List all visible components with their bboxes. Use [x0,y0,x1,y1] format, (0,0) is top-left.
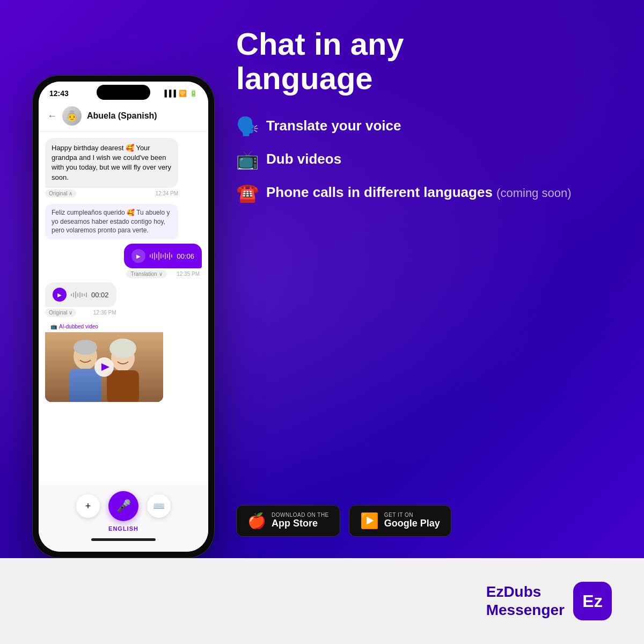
phone-wrapper: 12:43 ▐▐▐ 🛜 🔋 ← 👵 Abuela (Spanish) [0,0,215,558]
googleplay-main-label: Google Play [384,518,440,530]
battery-icon: 🔋 [189,90,197,97]
wifi-icon: 🛜 [179,90,187,97]
message-time-1: 12:34 PM [155,191,178,196]
feature-text-2: Dub videos [266,150,341,169]
signal-icon: ▐▐▐ [162,90,176,97]
feature-item-1: 🗣️ Translate your voice [236,117,617,135]
top-section: 12:43 ▐▐▐ 🛜 🔋 ← 👵 Abuela (Spanish) [0,0,644,558]
status-time: 12:43 [49,89,69,98]
language-label: ENGLISH [108,525,138,532]
appstore-text: Download on the App Store [272,512,329,530]
dynamic-island [97,85,150,100]
input-controls: + 🎤 ⌨️ [47,491,200,521]
voice-message-received: ▶ 00:02 [45,282,116,317]
original-tag-2[interactable]: Original ∨ [45,309,76,317]
add-button[interactable]: + [76,494,100,518]
headline-block: Chat in any language 🗣️ Translate your v… [236,27,617,223]
chevron-down-icon: ∨ [159,271,163,277]
bottom-section: EzDubs Messenger Ez [0,558,644,644]
chat-input-bar: + 🎤 ⌨️ ENGLISH [39,485,208,552]
brand-name-block: EzDubs Messenger [486,583,565,619]
chat-header: ← 👵 Abuela (Spanish) [39,101,208,131]
back-button[interactable]: ← [47,111,57,122]
received-message-1: Happy birthday dearest 🥰 Your grandpa an… [45,138,178,197]
dub-videos-icon: 📺 [236,150,259,169]
svg-rect-3 [69,369,101,402]
appstore-main-label: App Store [272,518,329,530]
svg-point-5 [109,339,136,358]
appstore-sub-label: Download on the [272,512,329,518]
voice-bubble-sent: ▶ [124,244,202,268]
translation-text-1: Feliz cumpleaños querido 🥰 Tu abuelo y y… [52,209,170,235]
googleplay-text: GET IT ON Google Play [384,512,440,530]
svg-rect-6 [107,370,139,402]
home-indicator [91,538,156,541]
brand-logo: Ez [573,582,612,620]
features-list: 🗣️ Translate your voice 📺 Dub videos ☎️ … [236,117,617,202]
video-icon: 📺 [50,324,57,330]
headline-line1: Chat in any [236,26,404,61]
voice-duration-received: 00:02 [91,291,109,299]
voice-duration-sent: 00:06 [177,252,194,260]
feature-text-3: Phone calls in different languages (comi… [266,184,572,202]
contact-avatar: 👵 [62,106,82,126]
store-buttons: 🍎 Download on the App Store ▶️ GET IT ON… [236,505,617,537]
feature-text-1: Translate your voice [266,117,401,135]
chat-messages: Happy birthday dearest 🥰 Your grandpa an… [39,131,208,485]
voice-time-received: 12:36 PM [93,310,116,316]
original-tag-1[interactable]: Original ∧ [45,189,76,197]
appstore-button[interactable]: 🍎 Download on the App Store [236,505,340,537]
phone-device: 12:43 ▐▐▐ 🛜 🔋 ← 👵 Abuela (Spanish) [32,75,215,558]
phone-calls-icon: ☎️ [236,184,259,202]
contact-name: Abuela (Spanish) [87,111,157,121]
waveform-sent [150,251,172,261]
play-button-recv[interactable]: ▶ [53,288,67,302]
googleplay-sub-label: GET IT ON [384,512,440,518]
right-content: Chat in any language 🗣️ Translate your v… [215,0,644,558]
video-label: 📺 AI-dubbed video [45,321,163,332]
googleplay-button[interactable]: ▶️ GET IT ON Google Play [349,505,451,537]
headline-line2: language [236,61,373,96]
voice-message-sent: ▶ [124,244,202,278]
brand-name: EzDubs Messenger [486,583,565,619]
message-bubble-1: Happy birthday dearest 🥰 Your grandpa an… [45,138,178,188]
voice-meta-received: Original ∨ 12:36 PM [45,309,116,317]
translation-bubble-1: Feliz cumpleaños querido 🥰 Tu abuelo y y… [45,204,178,239]
translate-voice-icon: 🗣️ [236,117,259,135]
mic-button[interactable]: 🎤 [108,491,138,521]
video-thumbnail[interactable] [45,332,163,402]
waveform-received [71,290,87,299]
headline: Chat in any language [236,27,617,96]
chevron-down-icon-2: ∨ [69,310,72,316]
status-icons: ▐▐▐ 🛜 🔋 [162,90,197,97]
voice-bubble-received: ▶ 00:02 [45,282,116,307]
video-card: 📺 AI-dubbed video [45,321,163,402]
phone-screen: 12:43 ▐▐▐ 🛜 🔋 ← 👵 Abuela (Spanish) [39,82,208,552]
message-text-1: Happy birthday dearest 🥰 Your grandpa an… [52,144,171,181]
voice-meta-sent: Translation ∨ 12:35 PM [124,270,202,278]
chevron-up-icon: ∧ [69,191,72,196]
feature-item-2: 📺 Dub videos [236,150,617,169]
message-meta-1: Original ∧ 12:34 PM [45,189,178,197]
play-button-sent[interactable]: ▶ [131,249,145,263]
keyboard-button[interactable]: ⌨️ [147,494,171,518]
apple-icon: 🍎 [247,512,266,530]
feature-item-3: ☎️ Phone calls in different languages (c… [236,184,617,202]
svg-point-2 [74,340,97,355]
coming-soon-label: (coming soon) [496,186,571,200]
branding: EzDubs Messenger Ez [486,582,612,620]
translation-tag[interactable]: Translation ∨ [126,270,166,278]
voice-time-sent: 12:35 PM [177,271,200,277]
googleplay-icon: ▶️ [360,512,379,530]
